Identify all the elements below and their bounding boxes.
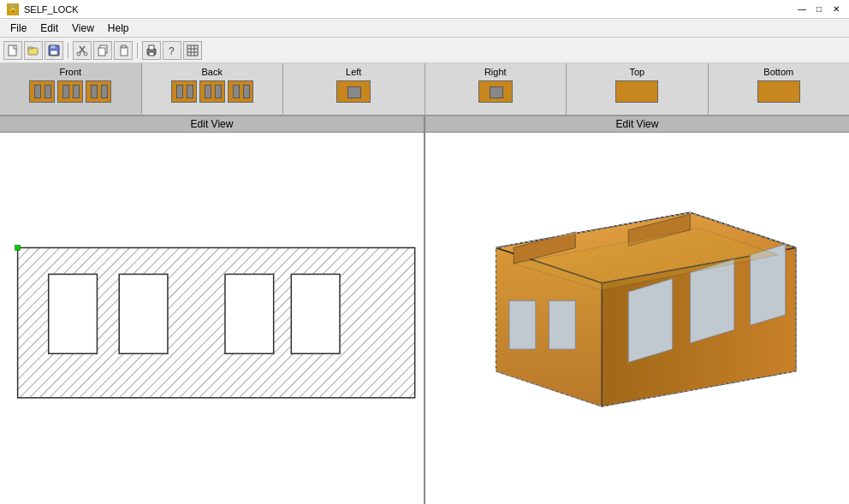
menu-view[interactable]: View <box>65 21 101 36</box>
svg-marker-38 <box>628 279 673 363</box>
menu-file[interactable]: File <box>3 21 33 36</box>
svg-text:?: ? <box>169 45 175 56</box>
tab-right[interactable]: Right <box>425 63 567 115</box>
svg-rect-2 <box>28 47 33 49</box>
minimize-button[interactable]: — <box>796 3 808 15</box>
svg-rect-16 <box>149 52 154 56</box>
maximize-button[interactable]: □ <box>813 3 825 15</box>
toolbar-sep-1 <box>68 43 68 58</box>
toolbar-open[interactable] <box>24 41 43 60</box>
main-content: Edit View <box>0 116 849 504</box>
app-icon: 🔒 <box>7 3 19 15</box>
right-panel-header: Edit View <box>425 116 849 133</box>
tab-front-thumbnails <box>29 80 111 103</box>
menu-bar: File Edit View Help <box>0 19 849 38</box>
svg-rect-35 <box>509 300 536 349</box>
toolbar-copy[interactable] <box>93 41 112 60</box>
edit-canvas[interactable] <box>0 133 424 504</box>
toolbar-new[interactable] <box>3 41 22 60</box>
tab-left[interactable]: Left <box>283 63 425 115</box>
toolbar-grid[interactable] <box>183 41 202 60</box>
svg-rect-26 <box>15 245 21 250</box>
tab-front[interactable]: Front <box>0 63 142 115</box>
svg-rect-28 <box>119 274 168 353</box>
thumb-front-3 <box>86 80 111 103</box>
svg-point-9 <box>84 52 87 56</box>
menu-edit[interactable]: Edit <box>33 21 65 36</box>
svg-marker-39 <box>690 259 734 343</box>
3d-view[interactable] <box>425 133 849 504</box>
left-panel: Edit View <box>0 116 425 504</box>
tab-left-thumbnails <box>336 80 371 103</box>
svg-rect-11 <box>98 48 105 56</box>
tab-top-thumbnails <box>615 80 658 103</box>
svg-rect-15 <box>149 45 154 50</box>
close-button[interactable]: ✕ <box>830 3 842 15</box>
thumb-back-1 <box>171 80 197 103</box>
thumb-back-3 <box>228 80 253 103</box>
toolbar-paste[interactable] <box>114 41 133 60</box>
left-panel-header: Edit View <box>0 116 424 133</box>
toolbar-help[interactable]: ? <box>163 41 181 60</box>
tab-left-label: Left <box>346 67 361 77</box>
thumb-front-2 <box>57 80 83 103</box>
view-tabs: Front Back <box>0 63 849 116</box>
svg-rect-27 <box>49 274 98 353</box>
tab-right-label: Right <box>484 67 507 77</box>
tab-bottom-thumbnails <box>757 80 800 103</box>
tab-top-label: Top <box>629 67 644 77</box>
svg-rect-5 <box>50 50 57 55</box>
tab-back-label: Back <box>202 67 223 77</box>
tab-back[interactable]: Back <box>142 63 284 115</box>
thumb-back-2 <box>199 80 225 103</box>
app-title: SELF_LOCK <box>24 4 79 15</box>
toolbar: ? <box>0 38 849 63</box>
2d-drawing[interactable] <box>0 133 424 504</box>
thumb-front-1 <box>29 80 55 103</box>
menu-help[interactable]: Help <box>101 21 136 36</box>
svg-point-8 <box>77 52 80 56</box>
right-panel: Edit View <box>425 116 849 504</box>
svg-rect-4 <box>50 45 56 49</box>
thumb-left-1 <box>336 80 371 103</box>
toolbar-sep-2 <box>137 43 138 58</box>
svg-rect-29 <box>225 274 274 353</box>
svg-rect-13 <box>122 45 126 48</box>
title-bar: 🔒 SELF_LOCK — □ ✕ <box>0 0 849 19</box>
toolbar-print[interactable] <box>142 41 161 60</box>
tab-top[interactable]: Top <box>567 63 709 115</box>
thumb-top-1 <box>615 80 658 103</box>
tab-bottom-label: Bottom <box>763 67 793 77</box>
tab-back-thumbnails <box>171 80 253 103</box>
3d-drawing[interactable] <box>425 133 849 504</box>
svg-rect-22 <box>187 45 198 56</box>
toolbar-cut[interactable] <box>73 41 92 60</box>
tab-right-thumbnails <box>478 80 513 103</box>
svg-rect-36 <box>549 300 575 349</box>
tab-front-label: Front <box>59 67 81 77</box>
thumb-bottom-1 <box>757 80 800 103</box>
tab-bottom[interactable]: Bottom <box>709 63 850 115</box>
toolbar-save[interactable] <box>45 41 63 60</box>
thumb-right-1 <box>478 80 513 103</box>
svg-rect-30 <box>291 274 340 353</box>
window-controls: — □ ✕ <box>796 3 842 15</box>
